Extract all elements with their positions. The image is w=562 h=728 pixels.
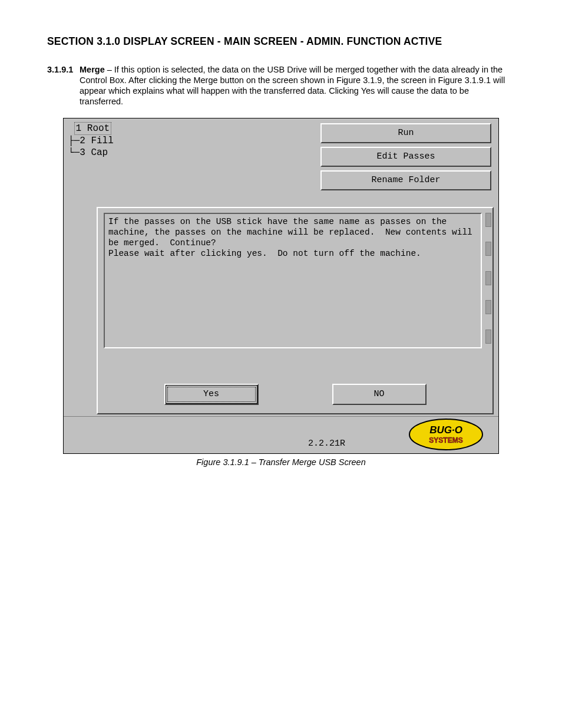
tree-item-fill[interactable]: ├─2 Fill: [68, 135, 114, 147]
paragraph-number: 3.1.9.1: [47, 64, 80, 107]
paragraph-label: Merge: [80, 65, 105, 74]
tree-label: 1 Root: [74, 122, 112, 135]
figure-caption: Figure 3.1.9.1 – Transfer Merge USB Scre…: [47, 457, 515, 467]
yes-button[interactable]: Yes: [164, 384, 259, 405]
paragraph: 3.1.9.1 Merge – If this option is select…: [47, 64, 515, 107]
paragraph-body: Merge – If this option is selected, the …: [80, 64, 515, 107]
tree-list: 1 Root ├─2 Fill └─3 Cap: [68, 122, 114, 159]
svg-text:SYSTEMS: SYSTEMS: [429, 436, 462, 444]
merge-dialog: If the passes on the USB stick have the …: [97, 207, 494, 414]
status-bar: 2.2.21R BUG·O SYSTEMS: [64, 416, 498, 453]
no-button[interactable]: NO: [332, 384, 427, 405]
bug-o-logo: BUG·O SYSTEMS: [408, 418, 484, 451]
bug-o-logo-icon: BUG·O SYSTEMS: [408, 418, 484, 451]
run-button[interactable]: Run: [320, 123, 491, 143]
tree-item-root[interactable]: 1 Root: [68, 122, 114, 135]
dialog-scrollbar[interactable]: [485, 213, 490, 348]
screenshot-panel: 1 Root ├─2 Fill └─3 Cap Run Edit Passes …: [63, 118, 499, 454]
tree-item-cap[interactable]: └─3 Cap: [68, 147, 114, 159]
dialog-message: If the passes on the USB stick have the …: [104, 213, 482, 348]
tree-label: 2 Fill: [80, 136, 114, 146]
tree-label: 3 Cap: [80, 147, 108, 158]
paragraph-text: – If this option is selected, the data o…: [80, 65, 505, 106]
tree-prefix: [68, 123, 74, 134]
rename-folder-button[interactable]: Rename Folder: [320, 170, 491, 190]
side-button-column: Run Edit Passes Rename Folder: [320, 123, 491, 194]
tree-prefix: └─: [68, 147, 80, 158]
tree-prefix: ├─: [68, 136, 80, 146]
figure: 1 Root ├─2 Fill └─3 Cap Run Edit Passes …: [47, 118, 515, 467]
section-heading: SECTION 3.1.0 DISPLAY SCREEN - MAIN SCRE…: [47, 35, 515, 48]
edit-passes-button[interactable]: Edit Passes: [320, 147, 491, 167]
svg-text:BUG·O: BUG·O: [429, 424, 462, 436]
version-label: 2.2.21R: [308, 439, 345, 449]
